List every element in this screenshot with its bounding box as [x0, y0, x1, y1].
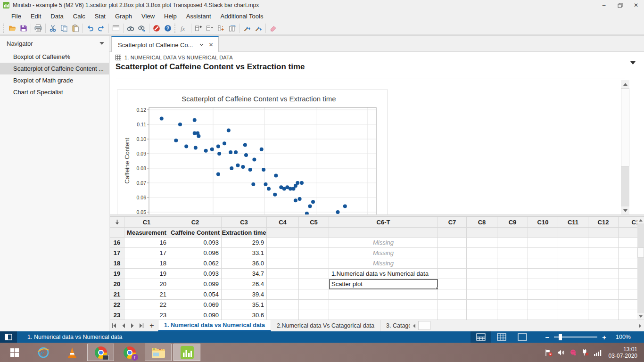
scroll-up-icon[interactable]	[637, 217, 644, 223]
cell-C5-23[interactable]	[299, 310, 329, 320]
cell-C5-18[interactable]	[299, 258, 329, 269]
tab-close-icon[interactable]: ✕	[208, 41, 213, 48]
chevron-down-icon[interactable]	[99, 42, 104, 45]
cell-C11-21[interactable]	[558, 289, 588, 300]
navigator-header[interactable]: Navigator	[0, 36, 109, 51]
worksheet-scrollbar[interactable]	[637, 217, 644, 320]
cell-C10-23[interactable]	[528, 310, 558, 320]
formula-fx-icon[interactable]: fx	[178, 23, 190, 34]
cell-C6T-21[interactable]	[329, 289, 438, 300]
scatterplot-graph-card[interactable]: 0.050.060.070.080.090.100.110.12Scatterp…	[117, 90, 388, 214]
row-header-21[interactable]: 21	[110, 289, 124, 300]
cell-C2-16[interactable]: 0.093	[169, 238, 222, 248]
scrollbar-thumb[interactable]	[621, 88, 629, 166]
restore-button[interactable]	[612, 0, 628, 10]
cell-C7-18[interactable]	[438, 258, 467, 269]
cell-C2-23[interactable]: 0.090	[169, 310, 222, 320]
cut-icon[interactable]	[47, 23, 58, 34]
cell-C6T-18[interactable]: Missing	[329, 258, 438, 269]
ethernet-disconnected-icon[interactable]	[580, 348, 591, 357]
cell-C9-16[interactable]	[497, 238, 528, 248]
next-sheet-icon[interactable]	[128, 320, 137, 331]
cell-C12-16[interactable]	[588, 238, 619, 248]
column-header-C12[interactable]: C12	[588, 217, 619, 228]
document-tab[interactable]: Scatterplot of Caffeine Co... ✕	[111, 36, 219, 52]
column-name-C5[interactable]	[299, 228, 329, 238]
scroll-up-icon[interactable]	[621, 80, 629, 88]
menu-item-view[interactable]: View	[137, 11, 159, 21]
column-name-C13[interactable]	[619, 228, 637, 238]
scrollbar-thumb[interactable]	[418, 321, 430, 330]
menu-item-additional-tools[interactable]: Additional Tools	[216, 11, 268, 21]
zoom-out-button[interactable]: −	[540, 333, 554, 341]
cell-C1-21[interactable]: 21	[124, 289, 169, 300]
cell-C4-16[interactable]	[267, 238, 299, 248]
cell-C2-18[interactable]: 0.062	[169, 258, 222, 269]
last-sheet-icon[interactable]	[137, 320, 146, 331]
chrome-icon[interactable]	[87, 344, 114, 361]
cell-C5-17[interactable]	[299, 248, 329, 258]
worksheet-tab-1[interactable]: 1. Numerical data vs Numerical data	[158, 320, 271, 331]
cell-C3-18[interactable]: 36.0	[222, 258, 267, 269]
zoom-slider-thumb[interactable]	[559, 334, 562, 340]
cell-C3-23[interactable]: 30.6	[222, 310, 267, 320]
cell-C12-21[interactable]	[588, 289, 619, 300]
fill-handle[interactable]	[436, 287, 438, 289]
zoom-in-button[interactable]: +	[597, 333, 611, 341]
cell-C4-19[interactable]	[267, 269, 299, 279]
cell-C6T-17[interactable]: Missing	[329, 248, 438, 258]
toggle-navigator-icon[interactable]	[0, 331, 17, 343]
cell-C6T-16[interactable]: Missing	[329, 238, 438, 248]
cell-C13-22[interactable]	[619, 300, 637, 310]
cell-C7-23[interactable]	[438, 310, 467, 320]
column-name-C10[interactable]	[528, 228, 558, 238]
cancel-icon[interactable]	[151, 23, 162, 34]
cell-C10-19[interactable]	[528, 269, 558, 279]
find-next-icon[interactable]	[136, 23, 148, 34]
menu-item-calc[interactable]: Calc	[68, 11, 90, 21]
cell-C10-17[interactable]	[528, 248, 558, 258]
scroll-down-icon[interactable]	[621, 206, 629, 214]
column-name-C1[interactable]: Measurement	[124, 228, 169, 238]
column-name-C3[interactable]: Extraction time	[222, 228, 267, 238]
row-header-20[interactable]: 20	[110, 279, 124, 289]
worksheet-view-button[interactable]	[491, 331, 512, 343]
cell-C10-18[interactable]	[528, 258, 558, 269]
cell-C7-21[interactable]	[438, 289, 467, 300]
cell-C3-17[interactable]: 33.1	[222, 248, 267, 258]
cell-C9-22[interactable]	[497, 300, 528, 310]
row-header-23[interactable]: 23	[110, 310, 124, 320]
column-name-C2[interactable]: Caffeine Content	[169, 228, 222, 238]
cell-C12-18[interactable]	[588, 258, 619, 269]
cell-C1-20[interactable]: 20	[124, 279, 169, 289]
first-sheet-icon[interactable]	[110, 320, 119, 331]
menu-item-help[interactable]: Help	[159, 11, 182, 21]
row-header-17[interactable]: 17	[110, 248, 124, 258]
worksheet-hscrollbar[interactable]	[410, 320, 644, 331]
cell-C8-22[interactable]	[467, 300, 497, 310]
cell-C12-22[interactable]	[588, 300, 619, 310]
cell-C12-20[interactable]	[588, 279, 619, 289]
brush-remove-icon[interactable]	[253, 23, 264, 34]
cell-C11-17[interactable]	[558, 248, 588, 258]
cell-C13-20[interactable]	[619, 279, 637, 289]
output-view-button[interactable]	[512, 331, 533, 343]
cell-C9-17[interactable]	[497, 248, 528, 258]
column-name-C8[interactable]	[467, 228, 497, 238]
cell-C11-20[interactable]	[558, 279, 588, 289]
cell-C11-16[interactable]	[558, 238, 588, 248]
cell-C10-20[interactable]	[528, 279, 558, 289]
column-header-C3[interactable]: C3	[222, 217, 267, 228]
cell-C13-23[interactable]	[619, 310, 637, 320]
cell-C4-17[interactable]	[267, 248, 299, 258]
open-folder-icon[interactable]	[7, 23, 18, 34]
cell-C10-16[interactable]	[528, 238, 558, 248]
column-header-C9[interactable]: C9	[497, 217, 528, 228]
cell-C5-19[interactable]	[299, 269, 329, 279]
cell-C13-17[interactable]	[619, 248, 637, 258]
worksheet-tab-2[interactable]: 2.Numerical data Vs Catagorical data	[271, 320, 380, 331]
print-icon[interactable]	[33, 23, 44, 34]
navigator-item-2[interactable]: Boxplot of Math grade	[0, 74, 109, 86]
internet-explorer-icon[interactable]: e	[30, 344, 57, 361]
undo-icon[interactable]	[84, 23, 96, 34]
